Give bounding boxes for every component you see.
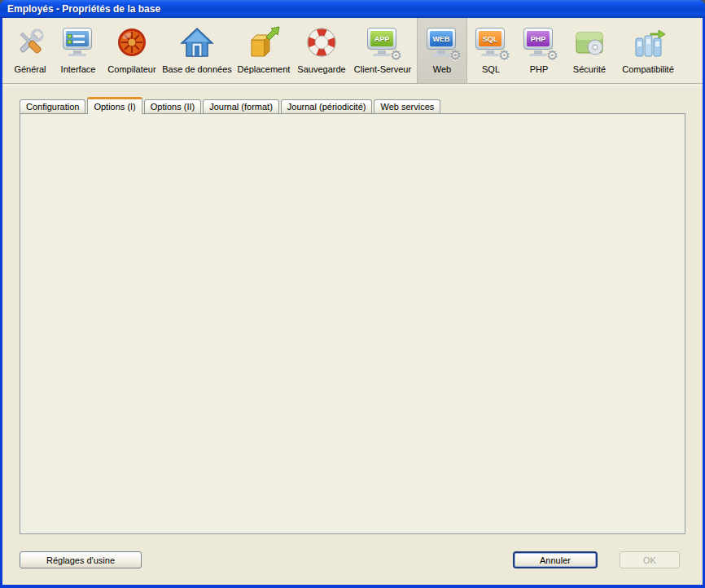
toolbar-label: Interface <box>61 64 96 74</box>
toolbar-item-securite[interactable]: Sécurité <box>563 18 615 83</box>
toolbar-label: PHP <box>530 64 549 74</box>
gear-icon: ⚙ <box>449 49 462 63</box>
compiler-dial-icon <box>113 25 151 63</box>
toolbar-label: SQL <box>482 64 500 74</box>
toolbar-label: Sécurité <box>573 64 606 74</box>
tab-options-1[interactable]: Options (I) <box>87 97 142 114</box>
toolbar-separator <box>2 85 703 86</box>
gear-icon: ⚙ <box>390 49 402 63</box>
move-box-icon <box>245 25 282 63</box>
compatibility-binders-icon <box>629 25 667 63</box>
toolbar-label: Compilateur <box>107 64 155 74</box>
window-title: Employés - Propriétés de la base <box>7 3 160 15</box>
tab-web-services[interactable]: Web services <box>374 99 440 114</box>
security-card-icon <box>571 25 608 63</box>
toolbar-item-compatibilite[interactable]: Compatibilité <box>615 18 681 83</box>
database-home-icon <box>178 25 216 63</box>
toolbar-label: Web <box>433 64 451 74</box>
php-monitor-icon: PHP ⚙ <box>520 25 558 63</box>
toolbar-item-client-serveur[interactable]: APP ⚙ Client-Serveur <box>348 18 417 83</box>
toolbar-label: Client-Serveur <box>354 64 411 74</box>
toolbar-label: Compatibilité <box>622 64 674 74</box>
toolbar-item-compilateur[interactable]: Compilateur <box>103 18 161 83</box>
toolbar-item-base-de-donnees[interactable]: Base de données <box>161 18 233 83</box>
toolbar-item-interface[interactable]: Interface <box>54 18 103 83</box>
tools-icon <box>11 25 49 63</box>
sql-monitor-icon: SQL ⚙ <box>472 25 510 63</box>
toolbar-item-sql[interactable]: SQL ⚙ SQL <box>467 18 515 83</box>
toolbar-label: Déplacement <box>238 64 291 74</box>
properties-dialog: Employés - Propriétés de la base G <box>0 0 705 588</box>
toolbar-item-general[interactable]: Général <box>7 18 54 83</box>
toolbar-label: Base de données <box>162 64 232 74</box>
gear-icon: ⚙ <box>546 49 558 63</box>
cancel-button[interactable]: Annuler <box>513 551 598 568</box>
client-server-monitor-icon: APP ⚙ <box>364 25 401 63</box>
toolbar-label: Général <box>14 64 46 74</box>
tab-journal-format[interactable]: Journal (format) <box>203 99 279 114</box>
tab-journal-periodicite[interactable]: Journal (périodicité) <box>281 99 373 114</box>
ok-button[interactable]: OK <box>620 551 680 568</box>
toolbar-item-sauvegarde[interactable]: Sauvegarde <box>295 18 348 83</box>
web-monitor-icon: WEB ⚙ <box>423 25 461 63</box>
tab-bar: Configuration Options (I) Options (II) J… <box>20 98 442 114</box>
tab-panel <box>20 113 685 534</box>
factory-settings-button[interactable]: Réglages d'usine <box>20 551 142 568</box>
tab-options-2[interactable]: Options (II) <box>144 99 201 114</box>
toolbar-item-php[interactable]: PHP ⚙ PHP <box>515 18 563 83</box>
lifering-icon <box>303 25 340 63</box>
titlebar: Employés - Propriétés de la base <box>0 0 705 18</box>
toolbar: Général Interface <box>2 18 703 84</box>
toolbar-item-deplacement[interactable]: Déplacement <box>233 18 295 83</box>
tab-configuration[interactable]: Configuration <box>20 99 85 114</box>
toolbar-label: Sauvegarde <box>297 64 345 74</box>
toolbar-item-web[interactable]: WEB ⚙ Web <box>417 18 467 83</box>
gear-icon: ⚙ <box>498 49 510 63</box>
interface-monitor-icon <box>59 25 97 63</box>
